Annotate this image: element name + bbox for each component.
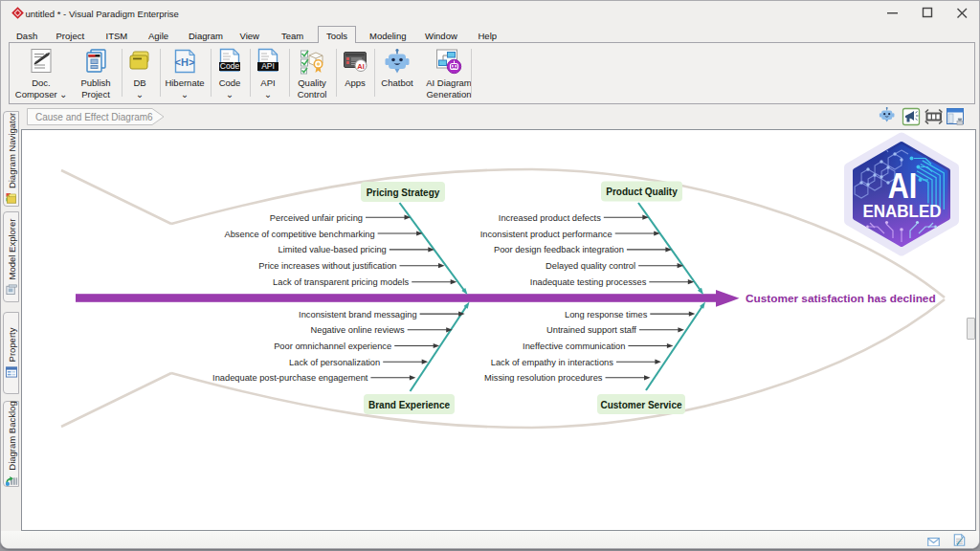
svg-text:Inadequate post-purchase engag: Inadequate post-purchase engagement	[212, 373, 368, 383]
svg-text:Inadequate testing processes: Inadequate testing processes	[530, 277, 647, 287]
svg-text:Cause and Effect Diagram6: Cause and Effect Diagram6	[35, 112, 153, 122]
svg-text:Perceived unfair pricing: Perceived unfair pricing	[270, 213, 363, 223]
svg-text:Inconsistent product performan: Inconsistent product performance	[480, 230, 612, 239]
svg-text:AI: AI	[888, 166, 918, 206]
svg-text:Lack of empathy in interaction: Lack of empathy in interactions	[491, 358, 614, 367]
svg-text:Product Quality: Product Quality	[606, 187, 678, 197]
svg-text:<H>: <H>	[175, 56, 195, 68]
svg-text:Lack of transparent pricing mo: Lack of transparent pricing models	[273, 277, 409, 287]
svg-text:Customer Service: Customer Service	[600, 400, 681, 410]
svg-text:AI: AI	[357, 62, 365, 71]
svg-text:Absence of competitive benchma: Absence of competitive benchmarking	[224, 230, 374, 239]
svg-text:Missing resolution procedures: Missing resolution procedures	[484, 373, 603, 383]
svg-text:ENABLED: ENABLED	[863, 201, 942, 221]
svg-text:API: API	[261, 61, 275, 71]
svg-text:Ineffective communication: Ineffective communication	[523, 342, 625, 351]
svg-text:Customer satisfaction has decl: Customer satisfaction has declined	[746, 292, 936, 305]
svg-text:Poor omnichannel experience: Poor omnichannel experience	[274, 342, 391, 351]
svg-text:Brand Experience: Brand Experience	[368, 400, 450, 410]
svg-text:Increased product defects: Increased product defects	[499, 213, 601, 223]
svg-text:Lack of personalization: Lack of personalization	[289, 358, 380, 367]
svg-text:Negative online reviews: Negative online reviews	[311, 325, 406, 335]
svg-text:Limited value-based pricing: Limited value-based pricing	[278, 245, 387, 254]
svg-text:Long response times: Long response times	[565, 310, 648, 320]
svg-text:Price increases without justif: Price increases without justification	[258, 261, 396, 271]
svg-text:Poor design feedback integrati: Poor design feedback integration	[494, 245, 624, 254]
svg-text:Delayed quality control: Delayed quality control	[546, 261, 635, 271]
svg-text:Inconsistent brand messaging: Inconsistent brand messaging	[299, 310, 417, 320]
svg-text:Pricing Strategy: Pricing Strategy	[367, 187, 440, 198]
svg-text:Untrained support staff: Untrained support staff	[546, 325, 636, 335]
svg-text:Code: Code	[220, 61, 240, 71]
